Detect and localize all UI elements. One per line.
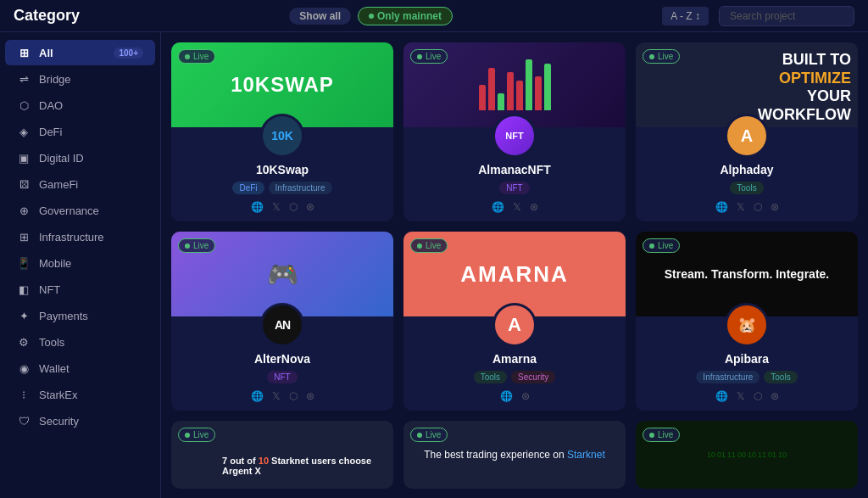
github-icon[interactable]: ⊛ xyxy=(771,201,779,213)
sidebar-item-nft[interactable]: ◧ NFT xyxy=(5,277,155,302)
discord-icon[interactable]: ⬡ xyxy=(289,390,298,402)
tag-nft: NFT xyxy=(267,371,297,383)
partial-card-unknown[interactable]: Live 10 01 11 00 10 11 01 10 xyxy=(636,421,858,489)
avatar-amarna: A xyxy=(492,303,537,347)
all-badge: 100+ xyxy=(114,48,143,59)
card-socials-almanac: 🌐 𝕏 ⊛ xyxy=(492,201,538,213)
card-name-apibara: Apibara xyxy=(725,352,769,366)
sidebar-item-infrastructure[interactable]: ⊞ Infrastructure xyxy=(5,224,155,249)
bar1 xyxy=(479,85,486,110)
twitter-icon[interactable]: 𝕏 xyxy=(272,201,281,213)
card-name-alternova: AlterNova xyxy=(254,352,310,366)
live-dot xyxy=(185,433,190,438)
mobile-icon: 📱 xyxy=(17,256,31,270)
sidebar-label-infrastructure: Infrastructure xyxy=(39,231,143,243)
bar2 xyxy=(488,68,495,110)
sidebar-label-nft: NFT xyxy=(39,283,143,296)
dao-icon: ⬡ xyxy=(17,98,31,112)
home-icon: ⊞ xyxy=(17,46,31,59)
filter-group: Show all Only mainnet xyxy=(289,7,453,25)
discord-icon[interactable]: ⬡ xyxy=(754,390,762,402)
card-name-amarna: Amarna xyxy=(492,352,537,366)
sidebar-item-tools[interactable]: ⚙ Tools xyxy=(5,329,155,355)
card-10kswap[interactable]: Live 10KSWAP 10K 10KSwap DeFi Infrastruc… xyxy=(171,42,393,221)
sidebar-item-defi[interactable]: ◈ DeFi xyxy=(5,119,155,144)
card-socials-amarna: 🌐 ⊛ xyxy=(500,390,530,402)
sidebar-item-security[interactable]: 🛡 Security xyxy=(5,408,155,434)
tag-tools: Tools xyxy=(730,182,763,194)
card-body-alphaday: A Alphaday Tools 🌐 𝕏 ⬡ ⊛ xyxy=(636,127,858,221)
sidebar-item-payments[interactable]: ✦ Payments xyxy=(5,303,155,328)
card-tags-10kswap: DeFi Infrastructure xyxy=(232,182,331,194)
sidebar-item-starkex[interactable]: ⁝ StarkEx xyxy=(5,382,155,407)
github-icon[interactable]: ⊛ xyxy=(771,390,779,402)
payments-icon: ✦ xyxy=(17,309,31,322)
sidebar-item-wallet[interactable]: ◉ Wallet xyxy=(5,355,155,381)
github-icon[interactable]: ⊛ xyxy=(306,390,314,402)
show-all-filter[interactable]: Show all xyxy=(289,8,351,25)
card-almanacnft[interactable]: Live xyxy=(403,42,626,221)
globe-icon[interactable]: 🌐 xyxy=(715,201,728,213)
sidebar-label-starkex: StarkEx xyxy=(39,389,143,401)
github-icon[interactable]: ⊛ xyxy=(306,201,314,213)
discord-icon[interactable]: ⬡ xyxy=(754,201,762,213)
sidebar-item-all[interactable]: ⊞ All 100+ xyxy=(5,40,155,65)
partial-card-trading[interactable]: Live The best trading experience on Star… xyxy=(403,421,626,489)
twitter-icon[interactable]: 𝕏 xyxy=(737,390,745,402)
tag-defi: DeFi xyxy=(232,182,264,194)
sidebar-item-mobile[interactable]: 📱 Mobile xyxy=(5,250,155,276)
card-body-amarna: A Amarna Tools Security 🌐 ⊛ xyxy=(403,316,626,411)
sort-button[interactable]: A - Z ↕ xyxy=(662,7,709,25)
globe-icon[interactable]: 🌐 xyxy=(251,390,264,402)
sidebar-label-mobile: Mobile xyxy=(39,257,143,270)
live-dot xyxy=(417,54,422,59)
card-alternova[interactable]: Live 🎮 AN AlterNova NFT xyxy=(171,232,393,411)
globe-icon[interactable]: 🌐 xyxy=(715,390,728,402)
github-icon[interactable]: ⊛ xyxy=(521,390,530,402)
card-amarna[interactable]: Live AMARNA A Amarna Tools Security 🌐 ⊛ xyxy=(403,232,626,411)
card-tags-alphaday: Tools xyxy=(730,182,763,194)
bar8 xyxy=(544,64,551,110)
sidebar-item-digital-id[interactable]: ▣ Digital ID xyxy=(5,145,155,171)
card-body-alternova: AN AlterNova NFT 🌐 𝕏 ⬡ ⊛ xyxy=(171,316,393,411)
card-tags-amarna: Tools Security xyxy=(474,371,555,383)
card-socials-apibara: 🌐 𝕏 ⬡ ⊛ xyxy=(715,390,779,402)
live-dot xyxy=(649,433,654,438)
partial-card-argent[interactable]: Live 7 out of 10 Starknet users choose A… xyxy=(171,421,393,489)
sidebar-label-gamefi: GameFi xyxy=(39,178,143,191)
live-dot xyxy=(185,54,190,59)
card-tags-almanac: NFT xyxy=(499,182,529,194)
avatar-10kswap: 10K xyxy=(260,114,304,158)
bar6 xyxy=(526,59,532,110)
live-badge-10kswap: Live xyxy=(178,49,215,64)
twitter-icon[interactable]: 𝕏 xyxy=(513,201,521,213)
sidebar-item-gamefi[interactable]: ⚄ GameFi xyxy=(5,171,155,197)
globe-icon[interactable]: 🌐 xyxy=(251,201,264,213)
sidebar-label-security: Security xyxy=(39,415,143,428)
defi-icon: ◈ xyxy=(17,125,31,138)
card-alphaday[interactable]: Live BUILT TO OPTIMIZE YOUR WORKFLOW A A… xyxy=(636,42,858,221)
live-badge-alphaday: Live xyxy=(643,49,680,64)
globe-icon[interactable]: 🌐 xyxy=(500,390,513,402)
live-badge-alternova: Live xyxy=(178,238,215,253)
search-input[interactable] xyxy=(719,6,854,26)
live-dot xyxy=(649,243,654,249)
card-body-10kswap: 10K 10KSwap DeFi Infrastructure 🌐 𝕏 ⬡ ⊛ xyxy=(171,127,393,221)
mainnet-filter[interactable]: Only mainnet xyxy=(358,7,453,25)
globe-icon[interactable]: 🌐 xyxy=(492,201,504,213)
live-badge-argent: Live xyxy=(178,428,215,442)
avatar-apibara: 🐹 xyxy=(725,303,769,347)
live-dot xyxy=(417,433,422,438)
id-icon: ▣ xyxy=(17,151,31,165)
sidebar-label-governance: Governance xyxy=(39,204,143,217)
sidebar-item-governance[interactable]: ⊕ Governance xyxy=(5,198,155,223)
card-apibara[interactable]: Live Stream. Transform. Integrate. 🐹 Api… xyxy=(636,232,858,411)
twitter-icon[interactable]: 𝕏 xyxy=(272,390,281,402)
twitter-icon[interactable]: 𝕏 xyxy=(737,201,745,213)
card-body-apibara: 🐹 Apibara Infrastructure Tools 🌐 𝕏 ⬡ ⊛ xyxy=(636,316,858,411)
sidebar-item-dao[interactable]: ⬡ DAO xyxy=(5,92,155,118)
sidebar-item-bridge[interactable]: ⇌ Bridge xyxy=(5,66,155,92)
github-icon[interactable]: ⊛ xyxy=(530,201,538,213)
bridge-icon: ⇌ xyxy=(17,72,31,86)
discord-icon[interactable]: ⬡ xyxy=(289,201,298,213)
